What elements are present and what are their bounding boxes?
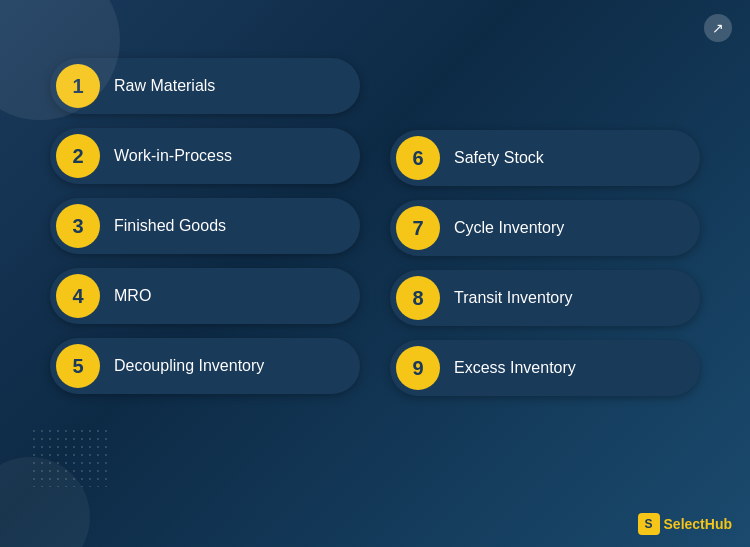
list-item: 5Decoupling Inventory <box>50 338 360 394</box>
item-label: Finished Goods <box>114 217 226 235</box>
list-item: 7Cycle Inventory <box>390 200 700 256</box>
item-label: Work-in-Process <box>114 147 232 165</box>
logo-text: SelectHub <box>664 516 732 532</box>
right-column: 6Safety Stock7Cycle Inventory8Transit In… <box>390 58 700 396</box>
item-number: 6 <box>396 136 440 180</box>
item-label: Excess Inventory <box>454 359 576 377</box>
item-number: 5 <box>56 344 100 388</box>
item-number: 8 <box>396 276 440 320</box>
deco-dots <box>30 427 110 487</box>
selecthub-logo: S SelectHub <box>638 513 732 535</box>
item-label: MRO <box>114 287 151 305</box>
item-label: Transit Inventory <box>454 289 573 307</box>
item-number: 7 <box>396 206 440 250</box>
list-item: 3Finished Goods <box>50 198 360 254</box>
logo-text-yellow: Hub <box>705 516 732 532</box>
item-label: Safety Stock <box>454 149 544 167</box>
list-item: 4MRO <box>50 268 360 324</box>
left-column: 1Raw Materials2Work-in-Process3Finished … <box>50 58 360 396</box>
share-icon[interactable]: ↗ <box>704 14 732 42</box>
item-label: Decoupling Inventory <box>114 357 264 375</box>
item-label: Raw Materials <box>114 77 215 95</box>
list-item: 9Excess Inventory <box>390 340 700 396</box>
list-item: 8Transit Inventory <box>390 270 700 326</box>
item-number: 4 <box>56 274 100 318</box>
item-label: Cycle Inventory <box>454 219 564 237</box>
list-item: 2Work-in-Process <box>50 128 360 184</box>
item-number: 9 <box>396 346 440 390</box>
item-number: 2 <box>56 134 100 178</box>
logo-text-black: Select <box>664 516 705 532</box>
item-number: 3 <box>56 204 100 248</box>
content-area: 1Raw Materials2Work-in-Process3Finished … <box>0 40 750 396</box>
logo-icon: S <box>638 513 660 535</box>
list-item: 6Safety Stock <box>390 130 700 186</box>
